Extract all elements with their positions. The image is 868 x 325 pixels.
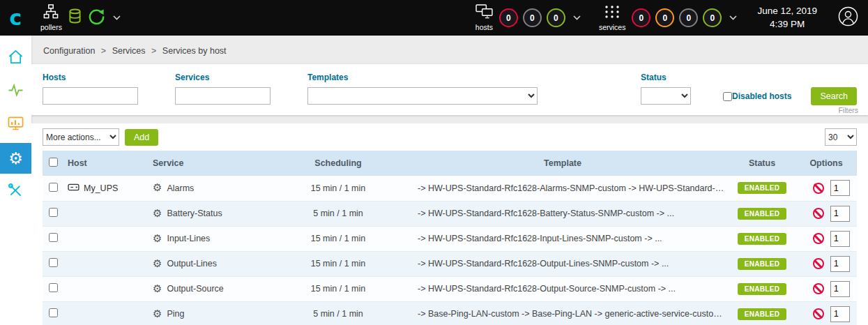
scheduling-value: 15 min / 1 min bbox=[280, 276, 397, 301]
services-critical-counter[interactable]: 0 bbox=[632, 8, 650, 27]
col-header-template[interactable]: Template bbox=[397, 151, 729, 176]
status-badge: ENABLED bbox=[738, 233, 786, 245]
sidebar-item-reporting[interactable] bbox=[0, 109, 31, 140]
disabled-hosts-checkbox[interactable] bbox=[723, 92, 732, 101]
hosts-status-group: hosts 0 0 0 bbox=[466, 4, 590, 31]
centreon-logo[interactable]: c bbox=[0, 8, 31, 29]
hosts-menu[interactable]: hosts bbox=[475, 4, 493, 31]
row-checkbox[interactable] bbox=[49, 208, 58, 217]
services-icon bbox=[604, 5, 620, 22]
filters-caption: Filters bbox=[838, 106, 858, 114]
status-filter-label: Status bbox=[641, 73, 723, 82]
template-chain: -> HW-UPS-Standard-Rfc1628-Output-Lines-… bbox=[397, 251, 729, 276]
chevron-down-icon[interactable] bbox=[573, 15, 581, 20]
disable-icon[interactable] bbox=[813, 208, 824, 219]
service-gear-icon: ⚙ bbox=[153, 209, 162, 219]
duplicate-count-input[interactable] bbox=[830, 306, 850, 322]
table-row: ⚙ Input-Lines 15 min / 1 min -> HW-UPS-S… bbox=[43, 226, 857, 251]
gear-icon: ⚙ bbox=[8, 151, 23, 167]
sidebar-item-monitoring[interactable] bbox=[0, 76, 31, 107]
services-unknown-counter[interactable]: 0 bbox=[679, 8, 698, 27]
disable-icon[interactable] bbox=[813, 283, 824, 294]
services-filter-group: Services bbox=[175, 73, 307, 105]
pulse-icon bbox=[8, 82, 24, 100]
disabled-hosts-group: Disabled hosts bbox=[723, 91, 791, 101]
disable-icon[interactable] bbox=[813, 183, 824, 194]
status-select[interactable] bbox=[641, 87, 691, 105]
service-name[interactable]: Input-Lines bbox=[167, 234, 210, 243]
chevron-down-icon[interactable] bbox=[113, 15, 121, 20]
centreon-logo-letter: c bbox=[10, 8, 22, 29]
duplicate-count-input[interactable] bbox=[830, 180, 850, 196]
sidebar-item-administration[interactable] bbox=[0, 176, 31, 207]
hosts-up-counter[interactable]: 0 bbox=[547, 8, 565, 27]
disabled-hosts-label[interactable]: Disabled hosts bbox=[732, 91, 791, 101]
breadcrumb-configuration[interactable]: Configuration bbox=[43, 46, 95, 56]
service-name[interactable]: Battery-Status bbox=[167, 209, 222, 218]
hosts-down-counter[interactable]: 0 bbox=[499, 8, 518, 27]
disable-icon[interactable] bbox=[813, 308, 824, 319]
hosts-label: hosts bbox=[475, 23, 493, 31]
sidebar-item-configuration[interactable]: ⚙ bbox=[0, 143, 31, 174]
duplicate-count-input[interactable] bbox=[830, 231, 850, 247]
topbar-right: hosts 0 0 0 services bbox=[466, 4, 868, 31]
col-header-host[interactable]: Host bbox=[63, 151, 149, 176]
templates-select[interactable] bbox=[307, 87, 538, 105]
template-chain: -> HW-UPS-Standard-Rfc1628-Battery-Statu… bbox=[397, 201, 729, 226]
add-button[interactable]: Add bbox=[125, 129, 158, 146]
table-row: ⚙ Output-Source 15 min / 1 min -> HW-UPS… bbox=[43, 276, 857, 301]
more-actions-select[interactable]: More actions... bbox=[43, 128, 119, 146]
status-badge: ENABLED bbox=[738, 208, 786, 220]
breadcrumb: Configuration > Services > Services by h… bbox=[31, 36, 868, 64]
latency-refresh-icon[interactable] bbox=[88, 8, 105, 28]
service-name[interactable]: Ping bbox=[167, 309, 184, 319]
hosts-unreachable-counter[interactable]: 0 bbox=[523, 8, 542, 27]
scheduling-value: 15 min / 1 min bbox=[280, 226, 397, 251]
chevron-down-icon[interactable] bbox=[729, 15, 737, 20]
services-filter-input[interactable] bbox=[175, 87, 271, 105]
col-header-scheduling[interactable]: Scheduling bbox=[280, 151, 397, 176]
select-all-checkbox[interactable] bbox=[49, 158, 58, 167]
row-checkbox[interactable] bbox=[49, 308, 58, 317]
breadcrumb-services[interactable]: Services bbox=[112, 46, 146, 56]
service-name[interactable]: Alarms bbox=[167, 183, 194, 193]
status-badge: ENABLED bbox=[738, 182, 786, 194]
row-checkbox[interactable] bbox=[49, 183, 58, 192]
services-ok-counter[interactable]: 0 bbox=[703, 8, 722, 27]
scheduling-value: 15 min / 1 min bbox=[280, 176, 397, 201]
user-menu[interactable] bbox=[828, 6, 868, 29]
services-warning-counter[interactable]: 0 bbox=[655, 8, 674, 27]
sidebar-item-home[interactable] bbox=[0, 43, 31, 73]
status-badge: ENABLED bbox=[738, 308, 786, 320]
templates-filter-label: Templates bbox=[307, 73, 625, 82]
search-button[interactable]: Search bbox=[811, 87, 857, 105]
duplicate-count-input[interactable] bbox=[830, 206, 850, 222]
database-status-icon[interactable] bbox=[68, 8, 82, 27]
breadcrumb-services-by-host[interactable]: Services by host bbox=[162, 46, 227, 56]
disable-icon[interactable] bbox=[813, 258, 824, 269]
duplicate-count-input[interactable] bbox=[830, 256, 850, 272]
template-chain: -> HW-UPS-Standard-Rfc1628-Input-Lines-S… bbox=[397, 226, 729, 251]
disable-icon[interactable] bbox=[813, 233, 824, 244]
col-header-status[interactable]: Status bbox=[729, 151, 795, 176]
col-header-service[interactable]: Service bbox=[149, 151, 280, 176]
duplicate-count-input[interactable] bbox=[830, 281, 850, 297]
row-checkbox[interactable] bbox=[49, 258, 58, 267]
hosts-filter-input[interactable] bbox=[43, 87, 138, 105]
page-size-select[interactable]: 30 bbox=[825, 128, 857, 146]
services-table: Host Service Scheduling Template Status … bbox=[43, 151, 857, 325]
main-content: Configuration > Services > Services by h… bbox=[31, 36, 868, 325]
template-chain: -> HW-UPS-Standard-Rfc1628-Alarms-SNMP-c… bbox=[397, 176, 729, 201]
host-name[interactable]: My_UPS bbox=[84, 183, 118, 193]
row-checkbox[interactable] bbox=[49, 233, 58, 242]
service-name[interactable]: Output-Source bbox=[167, 284, 223, 294]
pollers-menu[interactable]: pollers bbox=[40, 4, 62, 31]
templates-filter-group: Templates bbox=[307, 73, 625, 105]
row-checkbox[interactable] bbox=[49, 283, 58, 292]
services-menu[interactable]: services bbox=[599, 5, 626, 31]
service-name[interactable]: Output-Lines bbox=[167, 259, 217, 269]
hosts-icon bbox=[475, 4, 493, 22]
table-row: ⚙ Output-Lines 15 min / 1 min -> HW-UPS-… bbox=[43, 251, 857, 276]
services-counters: 0 0 0 0 bbox=[632, 8, 722, 27]
service-gear-icon: ⚙ bbox=[153, 234, 162, 244]
